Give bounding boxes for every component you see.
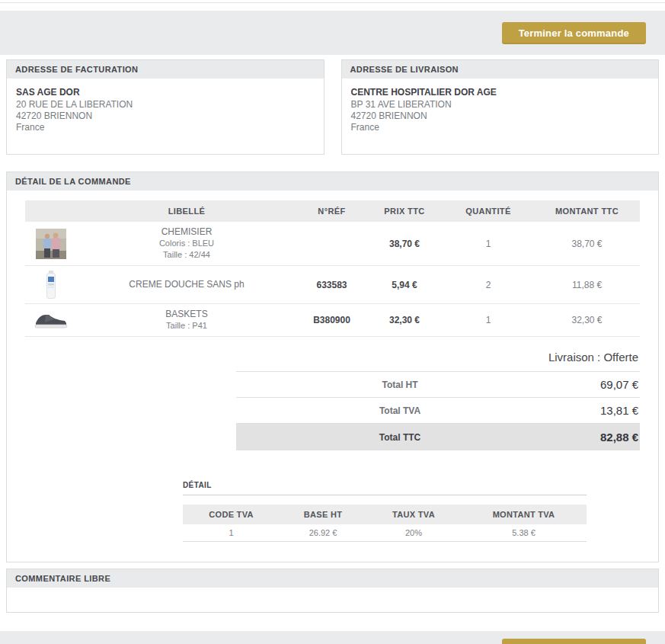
item-option: Coloris : BLEU	[79, 238, 294, 249]
item-amount: 32,30 €	[534, 304, 640, 337]
item-qty: 1	[443, 222, 534, 266]
item-price: 32,30 €	[366, 304, 443, 337]
col-header-label: LIBELLÉ	[76, 200, 297, 222]
total-tva-row: Total TVA 13,81 €	[236, 398, 640, 424]
total-ht-value: 69,07 €	[564, 378, 640, 391]
tva-col-base: BASE HT	[280, 505, 366, 524]
top-action-bar: Terminer la commande	[0, 11, 665, 55]
tva-code: 1	[183, 524, 280, 542]
billing-address-city: 42720 BRIENNON	[16, 111, 315, 122]
free-comment-input[interactable]	[7, 588, 658, 612]
tva-col-amount: MONTANT TVA	[461, 505, 587, 524]
free-comment-section: COMMENTAIRE LIBRE	[6, 569, 659, 613]
table-row: BASKETS Taille : P41 B380900 32,30 € 1 3…	[25, 304, 640, 337]
billing-address-street: 20 RUE DE LA LIBERATION	[16, 99, 315, 111]
tva-rate: 20%	[366, 524, 461, 542]
billing-address-name: SAS AGE DOR	[16, 87, 315, 98]
total-ht-row: Total HT 69,07 €	[236, 372, 640, 398]
item-option: Taille : P41	[79, 320, 294, 332]
item-ref	[297, 222, 366, 266]
tva-detail-table: CODE TVA BASE HT TAUX TVA MONTANT TVA 1 …	[183, 505, 587, 542]
bottom-action-bar: Terminer la commande	[0, 631, 665, 644]
col-header-image	[25, 200, 76, 222]
shipping-note: Livraison : Offerte	[236, 346, 640, 372]
item-ref: 633583	[297, 266, 366, 304]
shipping-address-name: CENTRE HOSPITALIER DOR AGE	[351, 87, 650, 98]
finish-order-button-bottom[interactable]: Terminer la commande	[502, 639, 646, 644]
item-label: BASKETS	[79, 309, 294, 320]
total-tva-value: 13,81 €	[564, 404, 640, 417]
tva-data-row: 1 26.92 € 20% 5.38 €	[183, 524, 587, 542]
addresses-section: ADRESSE DE FACTURATION SAS AGE DOR 20 RU…	[0, 59, 665, 155]
total-ttc-value: 82,88 €	[564, 431, 640, 444]
finish-order-button-top[interactable]: Terminer la commande	[502, 22, 646, 44]
shipping-address-city: 42720 BRIENNON	[351, 111, 650, 122]
tva-detail-block: DÉTAIL CODE TVA BASE HT TAUX TVA MONTANT…	[183, 481, 587, 542]
total-ttc-label: Total TTC	[236, 432, 564, 443]
item-qty: 1	[443, 304, 534, 337]
total-tva-label: Total TVA	[236, 405, 564, 416]
tva-col-code: CODE TVA	[183, 505, 280, 524]
item-label: CREME DOUCHE SANS ph	[79, 279, 294, 290]
col-header-price: PRIX TTC	[366, 200, 443, 222]
billing-address-card: ADRESSE DE FACTURATION SAS AGE DOR 20 RU…	[6, 59, 325, 155]
total-ttc-row: Total TTC 82,88 €	[236, 424, 640, 450]
col-header-amount: MONTANT TTC	[534, 200, 640, 222]
shipping-address-country: France	[351, 122, 650, 133]
item-amount: 38,70 €	[534, 222, 640, 266]
tva-header-row: CODE TVA BASE HT TAUX TVA MONTANT TVA	[183, 505, 587, 524]
billing-address-title: ADRESSE DE FACTURATION	[7, 60, 324, 78]
creme-douche-photo	[46, 271, 56, 299]
free-comment-title: COMMENTAIRE LIBRE	[7, 569, 658, 588]
item-qty: 2	[443, 266, 534, 304]
top-divider	[0, 2, 665, 3]
item-price: 5,94 €	[366, 266, 443, 304]
col-header-ref: N°RÉF	[297, 200, 366, 222]
table-row: CHEMISIER Coloris : BLEU Taille : 42/44 …	[25, 222, 640, 266]
item-amount: 11,88 €	[534, 266, 640, 304]
tva-amount: 5.38 €	[461, 524, 587, 542]
tva-col-rate: TAUX TVA	[366, 505, 461, 524]
tva-detail-title: DÉTAIL	[183, 481, 587, 495]
items-header-row: LIBELLÉ N°RÉF PRIX TTC QUANTITÉ MONTANT …	[25, 200, 640, 222]
item-ref: B380900	[297, 304, 366, 337]
tva-base: 26.92 €	[280, 524, 366, 542]
item-option: Taille : 42/44	[79, 249, 294, 261]
item-price: 38,70 €	[366, 222, 443, 266]
order-items-table: LIBELLÉ N°RÉF PRIX TTC QUANTITÉ MONTANT …	[25, 200, 640, 337]
chemisier-photo	[36, 229, 66, 259]
order-detail-title: DÉTAIL DE LA COMMANDE	[7, 172, 658, 191]
shipping-address-title: ADRESSE DE LIVRAISON	[342, 60, 659, 78]
order-totals: Livraison : Offerte Total HT 69,07 € Tot…	[236, 346, 640, 450]
col-header-qty: QUANTITÉ	[443, 200, 534, 222]
shipping-address-card: ADRESSE DE LIVRAISON CENTRE HOSPITALIER …	[341, 59, 660, 155]
order-detail-panel: DÉTAIL DE LA COMMANDE LIBELLÉ N°RÉF PRIX…	[6, 171, 659, 562]
item-label: CHEMISIER	[79, 226, 294, 238]
total-ht-label: Total HT	[236, 380, 564, 390]
baskets-photo	[34, 312, 68, 328]
billing-address-country: France	[16, 122, 315, 133]
shipping-address-street: BP 31 AVE LIBERATION	[351, 99, 650, 111]
table-row: CREME DOUCHE SANS ph 633583 5,94 € 2 11,…	[25, 266, 640, 304]
